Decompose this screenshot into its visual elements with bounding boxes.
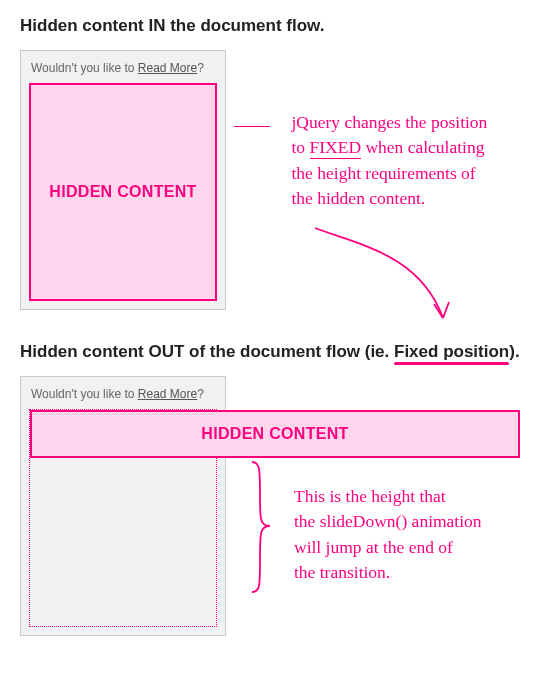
read-more-link-2[interactable]: Read More bbox=[138, 387, 197, 401]
annotation2-jump: jump bbox=[326, 537, 362, 557]
section2-title-suffix: ). bbox=[509, 342, 519, 361]
section2-title-prefix: Hidden content bbox=[20, 342, 148, 361]
annotation2-line4: the transition. bbox=[294, 562, 390, 582]
hidden-content-box-fixed: HIDDEN CONTENT bbox=[30, 410, 520, 458]
annotation-2: This is the height that the slideDown() … bbox=[294, 484, 525, 586]
annotation1-fixed-underline: FIXED bbox=[310, 137, 362, 159]
hidden-content-label-1: HIDDEN CONTENT bbox=[49, 183, 196, 201]
annotation1-line2a: to bbox=[292, 137, 310, 157]
section2-title-mid: of the document flow (ie. bbox=[184, 342, 394, 361]
section1-title-prefix: Hidden content bbox=[20, 16, 148, 35]
document-frame-1: Wouldn't you like to Read More? HIDDEN C… bbox=[20, 50, 226, 310]
prompt-suffix-2: ? bbox=[197, 387, 204, 401]
section1-title-em: IN bbox=[148, 16, 165, 35]
height-brace bbox=[248, 434, 272, 623]
annotation2-line1: This is the height that bbox=[294, 486, 446, 506]
annotation1-line1: jQuery changes the position bbox=[292, 112, 488, 132]
prompt-suffix-1: ? bbox=[197, 61, 204, 75]
annotation1-line4: the hidden content. bbox=[292, 188, 426, 208]
figure2-row: Wouldn't you like to Read More? HIDDEN C… bbox=[20, 376, 525, 636]
annotation2-line3a: will bbox=[294, 537, 326, 557]
section2-title: Hidden content OUT of the document flow … bbox=[20, 342, 520, 362]
annotation-1: jQuery changes the position to FIXED whe… bbox=[292, 110, 526, 212]
annotation2-line2: the slideDown() animation bbox=[294, 511, 482, 531]
annotation2-line3b: at the end of bbox=[362, 537, 453, 557]
hidden-content-box-in-flow: HIDDEN CONTENT bbox=[29, 83, 217, 301]
section2-title-em: OUT bbox=[148, 342, 184, 361]
read-more-link-1[interactable]: Read More bbox=[138, 61, 197, 75]
figure1-row: Wouldn't you like to Read More? HIDDEN C… bbox=[20, 50, 525, 310]
section1-title-suffix: the document flow. bbox=[165, 16, 324, 35]
section1-title: Hidden content IN the document flow. bbox=[20, 16, 324, 36]
section2-fixed-position-underline: Fixed position bbox=[394, 342, 509, 361]
read-more-prompt-2: Wouldn't you like to Read More? bbox=[31, 387, 215, 401]
prompt-prefix-2: Wouldn't you like to bbox=[31, 387, 138, 401]
hidden-content-label-2: HIDDEN CONTENT bbox=[201, 425, 348, 443]
annotation1-line3: the height requirements of bbox=[292, 163, 476, 183]
brace-icon bbox=[248, 434, 274, 619]
prompt-prefix-1: Wouldn't you like to bbox=[31, 61, 138, 75]
annotation1-lead-line bbox=[234, 125, 270, 129]
annotation1-line2b: when calculating bbox=[361, 137, 484, 157]
read-more-prompt-1: Wouldn't you like to Read More? bbox=[31, 61, 215, 75]
